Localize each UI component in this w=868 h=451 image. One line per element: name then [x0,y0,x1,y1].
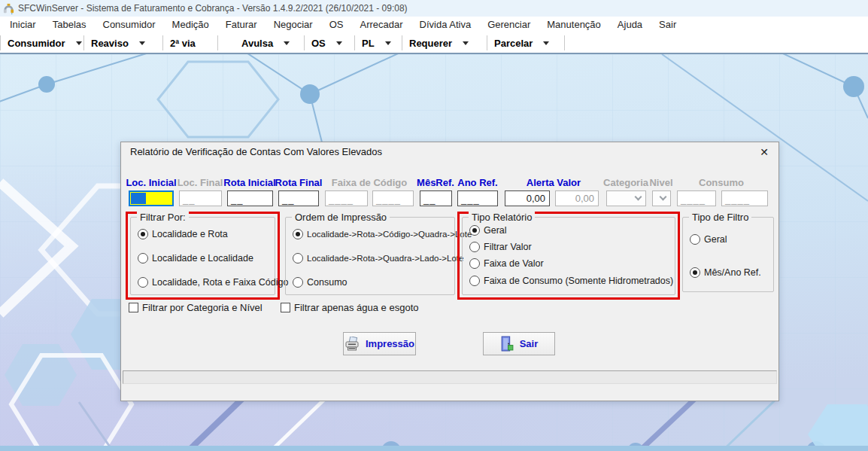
toolbar-reaviso-button[interactable]: Reaviso [84,33,162,53]
close-icon[interactable]: ✕ [757,145,771,159]
alerta-valor-2-input[interactable]: 0,00 [555,190,599,206]
radio-localidade-e-rota[interactable]: Localidade e Rota [138,229,228,239]
group-title: Tipo Relatório [469,212,535,223]
checkbox-filtrar-agua-esgoto[interactable]: Filtrar apenas água e esgoto [281,302,419,313]
radio-label: Faixa de Valor [484,258,544,269]
ano-ref-input[interactable]: ___ [457,190,498,206]
toolbar-separator [564,35,565,50]
toolbar-requerer-button[interactable]: Requerer [402,33,487,53]
radio-icon [690,234,700,245]
radio-label: Localidade, Rota e Faixa Código [152,277,288,288]
radio-faixa-de-valor[interactable]: Faixa de Valor [469,258,544,269]
button-label: Impressão [366,338,414,349]
toolbar-button-label: Reaviso [91,38,129,49]
nivel-select[interactable] [652,190,671,206]
radio-localidade-e-localidade[interactable]: Localidade e Localidade [138,253,253,264]
radio-filtro-mes-ano-ref[interactable]: Mês/Ano Ref. [690,267,761,278]
dialog-status-strip [123,370,777,384]
group-ordem-impressao: Ordem de Impressão Localidade->Rota->Cód… [285,217,455,295]
toolbar-button-label: Consumidor [8,38,65,49]
dropdown-arrow-icon [463,41,469,45]
sair-button[interactable]: Sair [483,332,555,355]
loc-inicial-input[interactable] [129,190,174,206]
menu-ajuda[interactable]: Ajuda [609,17,651,33]
checkbox-filtrar-categoria-nivel[interactable]: Filtrar por Categoria e Nível [129,302,263,313]
group-tipo-relatorio: Tipo Relatório Geral Filtrar Valor Faixa… [462,217,675,295]
loc-final-input[interactable]: __ [179,190,222,206]
rota-inicial-input[interactable]: __ [227,190,273,206]
label-faixa-codigo: Faixa de Código [332,177,407,188]
group-title: Filtrar Por: [137,212,189,223]
radio-icon [690,267,700,278]
menu-sair[interactable]: Sair [651,17,684,33]
radio-icon [293,277,303,288]
chevron-down-icon [635,194,642,201]
radio-icon [293,253,303,264]
dropdown-arrow-icon [336,41,342,45]
menu-negociar[interactable]: Negociar [266,17,321,33]
menu-iniciar[interactable]: Iniciar [2,17,44,33]
radio-ordem-codigo-quadra-lote[interactable]: Localidade->Rota->Código->Quadra->Lote [293,229,472,239]
radio-filtrar-valor[interactable]: Filtrar Valor [469,242,532,252]
radio-tipo-geral[interactable]: Geral [469,225,507,236]
consumo-final-input[interactable]: ____ [721,190,768,206]
radio-icon [138,277,148,288]
window-titlebar: SFCWinServer - Sistema de Faturamento e … [0,0,868,17]
menu-bar: Iniciar Tabelas Consumidor Medição Fatur… [0,17,868,33]
menu-consumidor[interactable]: Consumidor [95,17,164,33]
menu-faturar[interactable]: Faturar [217,17,266,33]
menu-arrecadar[interactable]: Arrecadar [351,17,411,33]
menu-divida-ativa[interactable]: Dívida Ativa [411,17,480,33]
dropdown-arrow-icon [284,41,290,45]
impressao-button[interactable]: Impressão [343,332,416,355]
toolbar-button-label: PL [362,38,375,49]
text-selection-block [131,193,146,204]
toolbar-button-label: 2ª via [170,38,196,49]
label-rota-final: Rota Final [275,177,323,188]
faixa-codigo-inicial-input[interactable]: ____ [325,190,368,206]
desktop-background: Relatório de Verificação de Contas Com V… [0,54,868,451]
radio-localidade-rota-faixa-codigo[interactable]: Localidade, Rota e Faixa Código [138,277,288,288]
radio-label: Localidade->Rota->Quadra->Lado->Lote [307,254,463,263]
menu-medicao[interactable]: Medição [164,17,217,33]
radio-ordem-consumo[interactable]: Consumo [293,277,348,288]
alerta-valor-input[interactable]: 0,00 [505,190,550,206]
group-title: Ordem de Impressão [292,212,390,223]
toolbar-consumidor-button[interactable]: Consumidor [1,33,83,53]
printer-icon [344,337,360,351]
faucet-icon [3,3,14,14]
radio-filtro-geral[interactable]: Geral [690,234,727,245]
button-label: Sair [520,338,539,349]
label-alerta-valor: Alerta Valor [527,177,581,188]
group-filtrar-por: Filtrar Por: Localidade e Rota Localidad… [130,217,275,295]
toolbar-2a-via-button[interactable]: 2ª via [163,33,217,53]
menu-manutencao[interactable]: Manutenção [539,17,609,33]
categoria-select[interactable] [606,190,646,206]
toolbar-button-label: Parcelar [494,38,533,49]
label-mes-ref: MêsRef. [417,177,454,188]
radio-icon [469,242,480,252]
label-ano-ref: Ano Ref. [457,177,497,188]
faixa-codigo-final-input[interactable]: ____ [372,190,414,206]
menu-gerenciar[interactable]: Gerenciar [479,17,539,33]
radio-faixa-de-consumo[interactable]: Faixa de Consumo (Somente Hidrometrados) [469,276,673,286]
menu-os[interactable]: OS [321,17,352,33]
label-consumo: Consumo [699,177,744,188]
toolbar-pl-button[interactable]: PL [355,33,402,53]
mes-ref-input[interactable]: __ [420,190,452,206]
chevron-down-icon [660,194,667,201]
toolbar-gap [218,33,235,53]
toolbar-os-button[interactable]: OS [305,33,354,53]
toolbar-button-label: Avulsa [241,38,273,49]
radio-icon [293,229,303,239]
menu-tabelas[interactable]: Tabelas [44,17,95,33]
radio-label: Localidade e Rota [152,229,228,239]
consumo-inicial-input[interactable]: ____ [677,190,716,206]
toolbar-parcelar-button[interactable]: Parcelar [487,33,564,53]
toolbar-avulsa-button[interactable]: Avulsa [235,33,304,53]
dropdown-arrow-icon [76,41,82,45]
radio-ordem-quadra-lado-lote[interactable]: Localidade->Rota->Quadra->Lado->Lote [293,253,463,264]
rota-final-input[interactable]: __ [278,190,319,206]
checkbox-label: Filtrar por Categoria e Nível [142,302,263,313]
toolbar-button-label: Requerer [409,38,452,49]
